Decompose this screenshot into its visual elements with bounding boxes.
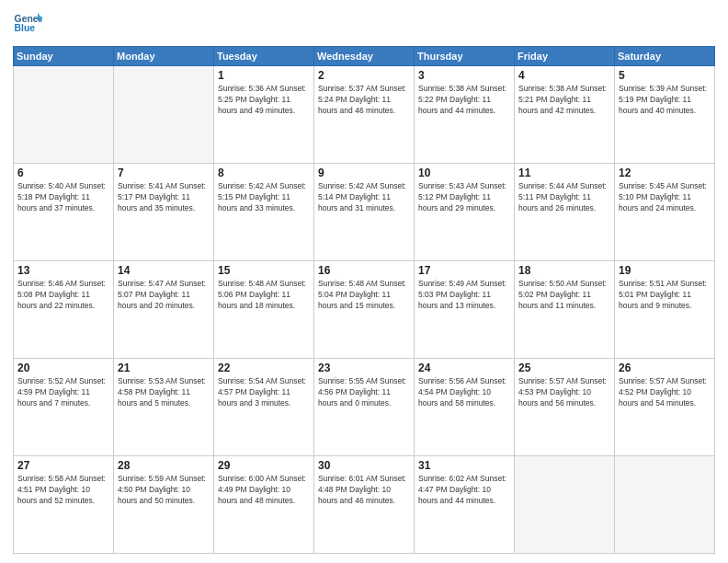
day-info: Sunrise: 6:02 AM Sunset: 4:47 PM Dayligh… (418, 474, 510, 507)
weekday-header-row: SundayMondayTuesdayWednesdayThursdayFrid… (14, 47, 715, 66)
calendar-cell: 25Sunrise: 5:57 AM Sunset: 4:53 PM Dayli… (515, 359, 615, 456)
calendar-cell: 29Sunrise: 6:00 AM Sunset: 4:49 PM Dayli… (214, 456, 314, 554)
day-info: Sunrise: 5:52 AM Sunset: 4:59 PM Dayligh… (17, 376, 109, 409)
day-info: Sunrise: 5:57 AM Sunset: 4:53 PM Dayligh… (518, 376, 610, 409)
calendar-cell: 4Sunrise: 5:38 AM Sunset: 5:21 PM Daylig… (515, 66, 615, 164)
day-info: Sunrise: 5:50 AM Sunset: 5:02 PM Dayligh… (518, 279, 610, 312)
day-info: Sunrise: 5:58 AM Sunset: 4:51 PM Dayligh… (17, 474, 109, 507)
day-info: Sunrise: 5:38 AM Sunset: 5:22 PM Dayligh… (418, 84, 510, 117)
day-number: 26 (619, 362, 711, 374)
weekday-header-saturday: Saturday (615, 47, 715, 66)
day-info: Sunrise: 5:57 AM Sunset: 4:52 PM Dayligh… (619, 376, 711, 409)
day-info: Sunrise: 5:37 AM Sunset: 5:24 PM Dayligh… (318, 84, 410, 117)
day-number: 2 (318, 69, 410, 82)
calendar-cell: 28Sunrise: 5:59 AM Sunset: 4:50 PM Dayli… (114, 456, 214, 554)
day-number: 6 (17, 167, 109, 179)
day-number: 9 (318, 167, 410, 179)
week-row-3: 20Sunrise: 5:52 AM Sunset: 4:59 PM Dayli… (14, 359, 715, 456)
calendar-cell: 6Sunrise: 5:40 AM Sunset: 5:18 PM Daylig… (14, 164, 114, 261)
calendar-cell: 26Sunrise: 5:57 AM Sunset: 4:52 PM Dayli… (615, 359, 715, 456)
week-row-0: 1Sunrise: 5:36 AM Sunset: 5:25 PM Daylig… (14, 66, 715, 164)
calendar-cell: 30Sunrise: 6:01 AM Sunset: 4:48 PM Dayli… (314, 456, 415, 554)
calendar-cell: 1Sunrise: 5:36 AM Sunset: 5:25 PM Daylig… (214, 66, 314, 164)
day-number: 21 (118, 362, 210, 374)
calendar-cell: 12Sunrise: 5:45 AM Sunset: 5:10 PM Dayli… (615, 164, 715, 261)
day-info: Sunrise: 5:49 AM Sunset: 5:03 PM Dayligh… (418, 279, 510, 312)
day-number: 14 (118, 264, 210, 277)
day-info: Sunrise: 6:00 AM Sunset: 4:49 PM Dayligh… (218, 474, 310, 507)
calendar-cell: 17Sunrise: 5:49 AM Sunset: 5:03 PM Dayli… (415, 261, 515, 359)
day-info: Sunrise: 5:53 AM Sunset: 4:58 PM Dayligh… (118, 376, 210, 409)
calendar-cell: 14Sunrise: 5:47 AM Sunset: 5:07 PM Dayli… (114, 261, 214, 359)
calendar-cell: 23Sunrise: 5:55 AM Sunset: 4:56 PM Dayli… (314, 359, 415, 456)
calendar-cell: 20Sunrise: 5:52 AM Sunset: 4:59 PM Dayli… (14, 359, 114, 456)
day-info: Sunrise: 5:51 AM Sunset: 5:01 PM Dayligh… (619, 279, 711, 312)
day-number: 31 (418, 459, 510, 472)
day-number: 19 (619, 264, 711, 277)
day-info: Sunrise: 5:56 AM Sunset: 4:54 PM Dayligh… (418, 376, 510, 409)
day-number: 20 (17, 362, 109, 374)
calendar-cell: 13Sunrise: 5:46 AM Sunset: 5:08 PM Dayli… (14, 261, 114, 359)
calendar-cell: 19Sunrise: 5:51 AM Sunset: 5:01 PM Dayli… (615, 261, 715, 359)
day-info: Sunrise: 5:48 AM Sunset: 5:06 PM Dayligh… (218, 279, 310, 312)
day-info: Sunrise: 5:42 AM Sunset: 5:14 PM Dayligh… (318, 181, 410, 214)
day-number: 16 (318, 264, 410, 277)
day-number: 4 (518, 69, 610, 82)
day-number: 28 (118, 459, 210, 472)
day-info: Sunrise: 6:01 AM Sunset: 4:48 PM Dayligh… (318, 474, 410, 507)
day-info: Sunrise: 5:55 AM Sunset: 4:56 PM Dayligh… (318, 376, 410, 409)
weekday-header-sunday: Sunday (14, 47, 114, 66)
calendar-cell: 21Sunrise: 5:53 AM Sunset: 4:58 PM Dayli… (114, 359, 214, 456)
day-number: 18 (518, 264, 610, 277)
calendar-cell (615, 456, 715, 554)
calendar-cell: 3Sunrise: 5:38 AM Sunset: 5:22 PM Daylig… (415, 66, 515, 164)
calendar-cell: 15Sunrise: 5:48 AM Sunset: 5:06 PM Dayli… (214, 261, 314, 359)
calendar-cell: 11Sunrise: 5:44 AM Sunset: 5:11 PM Dayli… (515, 164, 615, 261)
calendar-cell: 5Sunrise: 5:39 AM Sunset: 5:19 PM Daylig… (615, 66, 715, 164)
day-info: Sunrise: 5:39 AM Sunset: 5:19 PM Dayligh… (619, 84, 711, 117)
day-info: Sunrise: 5:59 AM Sunset: 4:50 PM Dayligh… (118, 474, 210, 507)
day-number: 3 (418, 69, 510, 82)
day-number: 17 (418, 264, 510, 277)
weekday-header-tuesday: Tuesday (214, 47, 314, 66)
day-number: 5 (619, 69, 711, 82)
day-info: Sunrise: 5:38 AM Sunset: 5:21 PM Dayligh… (518, 84, 610, 117)
calendar-cell: 18Sunrise: 5:50 AM Sunset: 5:02 PM Dayli… (515, 261, 615, 359)
calendar-cell: 27Sunrise: 5:58 AM Sunset: 4:51 PM Dayli… (14, 456, 114, 554)
day-number: 25 (518, 362, 610, 374)
day-info: Sunrise: 5:44 AM Sunset: 5:11 PM Dayligh… (518, 181, 610, 214)
day-info: Sunrise: 5:36 AM Sunset: 5:25 PM Dayligh… (218, 84, 310, 117)
day-info: Sunrise: 5:46 AM Sunset: 5:08 PM Dayligh… (17, 279, 109, 312)
calendar-cell: 9Sunrise: 5:42 AM Sunset: 5:14 PM Daylig… (314, 164, 415, 261)
calendar-cell: 22Sunrise: 5:54 AM Sunset: 4:57 PM Dayli… (214, 359, 314, 456)
logo: General Blue (13, 9, 42, 39)
calendar-cell (14, 66, 114, 164)
day-info: Sunrise: 5:42 AM Sunset: 5:15 PM Dayligh… (218, 181, 310, 214)
day-number: 22 (218, 362, 310, 374)
day-info: Sunrise: 5:54 AM Sunset: 4:57 PM Dayligh… (218, 376, 310, 409)
calendar-cell (114, 66, 214, 164)
day-number: 7 (118, 167, 210, 179)
day-number: 8 (218, 167, 310, 179)
calendar-cell: 7Sunrise: 5:41 AM Sunset: 5:17 PM Daylig… (114, 164, 214, 261)
weekday-header-thursday: Thursday (415, 47, 515, 66)
calendar-cell: 16Sunrise: 5:48 AM Sunset: 5:04 PM Dayli… (314, 261, 415, 359)
day-number: 27 (17, 459, 109, 472)
day-info: Sunrise: 5:45 AM Sunset: 5:10 PM Dayligh… (619, 181, 711, 214)
weekday-header-friday: Friday (515, 47, 615, 66)
calendar-table: SundayMondayTuesdayWednesdayThursdayFrid… (13, 46, 715, 554)
day-info: Sunrise: 5:41 AM Sunset: 5:17 PM Dayligh… (118, 181, 210, 214)
calendar-cell: 2Sunrise: 5:37 AM Sunset: 5:24 PM Daylig… (314, 66, 415, 164)
weekday-header-wednesday: Wednesday (314, 47, 415, 66)
calendar-cell: 24Sunrise: 5:56 AM Sunset: 4:54 PM Dayli… (415, 359, 515, 456)
day-number: 1 (218, 69, 310, 82)
header: General Blue (13, 9, 715, 39)
day-number: 13 (17, 264, 109, 277)
calendar-cell (515, 456, 615, 554)
logo-icon: General Blue (13, 9, 42, 39)
day-info: Sunrise: 5:48 AM Sunset: 5:04 PM Dayligh… (318, 279, 410, 312)
day-number: 23 (318, 362, 410, 374)
day-number: 30 (318, 459, 410, 472)
day-number: 15 (218, 264, 310, 277)
day-number: 24 (418, 362, 510, 374)
